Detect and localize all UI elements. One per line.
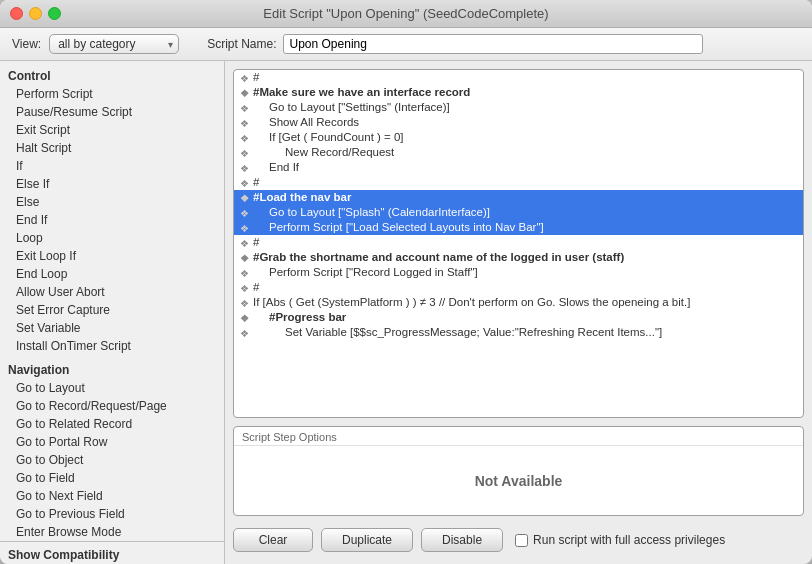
script-editor[interactable]: ❖#❖#Make sure we have an interface recor… (233, 69, 804, 418)
script-line[interactable]: ❖End If (234, 160, 803, 175)
view-label: View: (12, 37, 41, 51)
duplicate-button[interactable]: Duplicate (321, 528, 413, 552)
content-area: ❖#❖#Make sure we have an interface recor… (225, 61, 812, 564)
sidebar-item[interactable]: Set Variable (0, 319, 224, 337)
script-name-label: Script Name: (207, 37, 276, 51)
sidebar-bottom: Show Compatibility Client (0, 541, 224, 564)
script-name-area: Script Name: (207, 34, 702, 54)
script-line[interactable]: ❖# (234, 175, 803, 190)
script-line[interactable]: ❖# (234, 70, 803, 85)
script-line[interactable]: ❖Perform Script ["Load Selected Layouts … (234, 220, 803, 235)
full-access-checkbox[interactable] (515, 534, 528, 547)
script-line[interactable]: ❖If [Abs ( Get (SystemPlatform ) ) ≠ 3 /… (234, 295, 803, 310)
sidebar-item[interactable]: Set Error Capture (0, 301, 224, 319)
sidebar-item[interactable]: Go to Portal Row (0, 433, 224, 451)
script-line[interactable]: ❖#Progress bar (234, 310, 803, 325)
sidebar-item[interactable]: Loop (0, 229, 224, 247)
sidebar-item[interactable]: Go to Field (0, 469, 224, 487)
sidebar-item[interactable]: Allow User Abort (0, 283, 224, 301)
show-compatibility-label: Show Compatibility (8, 548, 216, 562)
script-line[interactable]: ❖Set Variable [$$sc_ProgressMessage; Val… (234, 325, 803, 340)
sidebar-item[interactable]: Pause/Resume Script (0, 103, 224, 121)
sidebar-item[interactable]: Go to Layout (0, 379, 224, 397)
script-line[interactable]: ❖#Load the nav bar (234, 190, 803, 205)
script-line[interactable]: ❖#Grab the shortname and account name of… (234, 250, 803, 265)
sidebar-item[interactable]: Else If (0, 175, 224, 193)
maximize-button[interactable] (48, 7, 61, 20)
traffic-lights (10, 7, 61, 20)
titlebar: Edit Script "Upon Opening" (SeedCodeComp… (0, 0, 812, 28)
script-name-input[interactable] (283, 34, 703, 54)
main-content: ControlPerform ScriptPause/Resume Script… (0, 61, 812, 564)
sidebar-item[interactable]: End Loop (0, 265, 224, 283)
script-line[interactable]: ❖Go to Layout ["Splash" (CalendarInterfa… (234, 205, 803, 220)
script-line[interactable]: ❖New Record/Request (234, 145, 803, 160)
sidebar-item[interactable]: Halt Script (0, 139, 224, 157)
close-button[interactable] (10, 7, 23, 20)
sidebar-item[interactable]: Else (0, 193, 224, 211)
sidebar-section-header: Navigation (0, 359, 224, 379)
minimize-button[interactable] (29, 7, 42, 20)
view-select-wrapper: all by category (49, 34, 179, 54)
sidebar-item[interactable]: Go to Record/Request/Page (0, 397, 224, 415)
clear-button[interactable]: Clear (233, 528, 313, 552)
main-window: Edit Script "Upon Opening" (SeedCodeComp… (0, 0, 812, 564)
script-options-title: Script Step Options (234, 427, 803, 446)
sidebar-item[interactable]: End If (0, 211, 224, 229)
sidebar-item[interactable]: If (0, 157, 224, 175)
full-access-label: Run script with full access privileges (533, 533, 725, 547)
sidebar-item[interactable]: Go to Next Field (0, 487, 224, 505)
sidebar-item[interactable]: Go to Related Record (0, 415, 224, 433)
script-line[interactable]: ❖#Make sure we have an interface record (234, 85, 803, 100)
disable-button[interactable]: Disable (421, 528, 503, 552)
script-line[interactable]: ❖Show All Records (234, 115, 803, 130)
not-available-text: Not Available (234, 446, 803, 515)
script-line[interactable]: ❖# (234, 280, 803, 295)
sidebar-item[interactable]: Install OnTimer Script (0, 337, 224, 355)
checkbox-area: Run script with full access privileges (515, 533, 725, 547)
sidebar-section-header: Control (0, 65, 224, 85)
sidebar-item[interactable]: Perform Script (0, 85, 224, 103)
window-title: Edit Script "Upon Opening" (SeedCodeComp… (263, 6, 548, 21)
script-line[interactable]: ❖If [Get ( FoundCount ) = 0] (234, 130, 803, 145)
sidebar: ControlPerform ScriptPause/Resume Script… (0, 61, 225, 564)
script-line[interactable]: ❖# (234, 235, 803, 250)
sidebar-item[interactable]: Go to Previous Field (0, 505, 224, 523)
sidebar-item[interactable]: Exit Loop If (0, 247, 224, 265)
script-line[interactable]: ❖Perform Script ["Record Logged in Staff… (234, 265, 803, 280)
sidebar-item[interactable]: Exit Script (0, 121, 224, 139)
view-select[interactable]: all by category (49, 34, 179, 54)
toolbar: View: all by category Script Name: (0, 28, 812, 61)
sidebar-item[interactable]: Go to Object (0, 451, 224, 469)
sidebar-content: ControlPerform ScriptPause/Resume Script… (0, 65, 224, 541)
script-options: Script Step Options Not Available (233, 426, 804, 516)
bottom-buttons: Clear Duplicate Disable Run script with … (233, 524, 804, 556)
script-line[interactable]: ❖Go to Layout ["Settings" (Interface)] (234, 100, 803, 115)
sidebar-item[interactable]: Enter Browse Mode (0, 523, 224, 541)
